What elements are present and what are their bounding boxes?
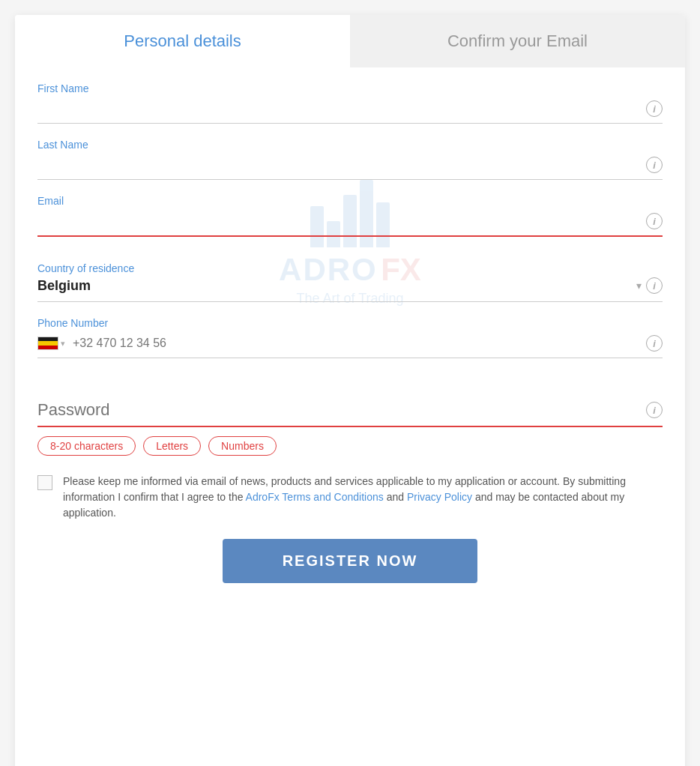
country-value: Belgium <box>37 278 636 294</box>
registration-form: First Name i Last Name i Email <box>15 67 685 613</box>
register-button[interactable]: REGISTER NOW <box>223 539 478 583</box>
email-input[interactable] <box>37 214 646 228</box>
consent-section: Please keep me informed via email of new… <box>37 474 663 521</box>
phone-field: Phone Number ▾ i <box>37 317 663 366</box>
email-info-icon[interactable]: i <box>646 213 663 229</box>
consent-checkbox[interactable] <box>37 475 52 490</box>
email-field: Email i <box>37 195 663 244</box>
last-name-input-wrapper: i <box>37 157 663 180</box>
hint-letters: Letters <box>143 436 201 456</box>
consent-and: and <box>384 491 407 503</box>
consent-text: Please keep me informed via email of new… <box>63 474 663 521</box>
first-name-info-icon[interactable]: i <box>646 100 663 117</box>
tab-confirm-email-label: Confirm your Email <box>447 31 588 51</box>
first-name-field: First Name i <box>37 82 663 131</box>
last-name-input[interactable] <box>37 158 646 172</box>
tab-confirm-email[interactable]: Confirm your Email <box>350 15 685 67</box>
email-input-wrapper: i <box>37 213 663 237</box>
country-row: Belgium ▾ i <box>37 277 663 294</box>
first-name-label: First Name <box>37 82 663 94</box>
first-name-input-wrapper: i <box>37 100 663 124</box>
country-chevron-icon[interactable]: ▾ <box>636 280 642 292</box>
last-name-label: Last Name <box>37 139 663 151</box>
phone-input[interactable] <box>73 337 646 350</box>
country-info-icon[interactable]: i <box>646 277 663 294</box>
first-name-input[interactable] <box>37 102 646 115</box>
flag-stripe-red <box>38 346 58 349</box>
country-label: Country of residence <box>37 262 663 274</box>
last-name-field: Last Name i <box>37 139 663 187</box>
register-button-wrapper: REGISTER NOW <box>37 539 663 583</box>
password-info-icon[interactable]: i <box>646 402 663 418</box>
tab-personal-details-label: Personal details <box>124 31 241 51</box>
phone-flag-chevron-icon[interactable]: ▾ <box>61 339 65 349</box>
tab-bar: Personal details Confirm your Email <box>15 15 685 67</box>
email-label: Email <box>37 195 663 207</box>
hint-numbers: Numbers <box>208 436 277 456</box>
hint-characters: 8-20 characters <box>37 436 136 456</box>
phone-label: Phone Number <box>37 317 663 329</box>
password-section: i 8-20 characters Letters Numbers <box>37 400 663 456</box>
terms-link[interactable]: AdroFx Terms and Conditions <box>246 491 384 503</box>
tab-personal-details[interactable]: Personal details <box>15 15 350 67</box>
registration-card: Personal details Confirm your Email ADRO… <box>15 15 685 766</box>
last-name-info-icon[interactable]: i <box>646 157 663 173</box>
phone-row: ▾ i <box>37 335 663 358</box>
password-input[interactable] <box>37 400 646 420</box>
country-field: Country of residence Belgium ▾ i <box>37 262 663 302</box>
flag-selector[interactable]: ▾ <box>37 337 65 350</box>
privacy-link[interactable]: Privacy Policy <box>407 491 472 503</box>
phone-info-icon[interactable]: i <box>646 335 663 352</box>
password-row: i <box>37 400 663 427</box>
belgium-flag <box>37 337 58 350</box>
password-hints: 8-20 characters Letters Numbers <box>37 436 663 456</box>
